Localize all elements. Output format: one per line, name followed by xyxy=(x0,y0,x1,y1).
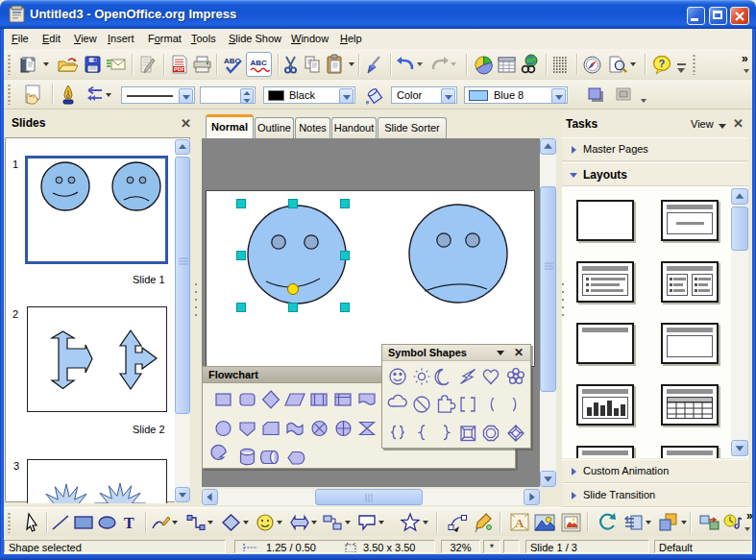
svg-text:ABC: ABC xyxy=(251,59,268,67)
svg-text:?: ? xyxy=(659,58,666,69)
svg-text:T: T xyxy=(124,515,134,531)
svg-text:A: A xyxy=(515,516,524,530)
svg-text:PDF: PDF xyxy=(174,66,185,72)
